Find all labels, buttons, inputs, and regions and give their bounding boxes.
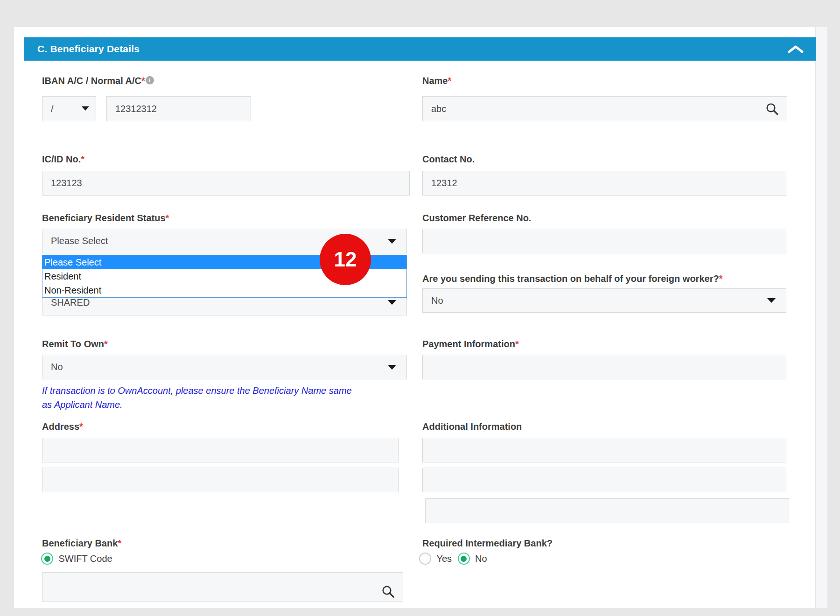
- intermediary-bank-label: Required Intermediary Bank?: [422, 538, 553, 549]
- additional-info-line2-input[interactable]: [422, 468, 786, 492]
- payment-info-input[interactable]: [422, 355, 786, 379]
- address-line1-input[interactable]: [42, 438, 399, 462]
- iban-account-input[interactable]: 12312312: [106, 96, 251, 121]
- section-title: C. Beneficiary Details: [37, 37, 140, 61]
- required-asterisk: *: [81, 154, 84, 164]
- swift-code-radio-label: SWIFT Code: [58, 553, 112, 564]
- contact-value: 12312: [431, 171, 457, 195]
- remit-to-own-select[interactable]: No: [42, 355, 407, 379]
- intermediary-no-label: No: [475, 553, 487, 564]
- required-asterisk: *: [448, 76, 451, 86]
- iban-account-value: 12312312: [115, 97, 157, 121]
- contact-input[interactable]: 12312: [422, 171, 786, 196]
- collapse-section-button[interactable]: [788, 45, 804, 53]
- required-asterisk: *: [104, 339, 108, 349]
- name-value: abc: [431, 97, 446, 121]
- contact-label: Contact No.: [422, 154, 475, 165]
- required-asterisk: *: [719, 273, 723, 284]
- icid-value: 123123: [51, 171, 82, 195]
- additional-info-label: Additional Information: [422, 421, 522, 432]
- intermediary-yes-label: Yes: [436, 553, 452, 564]
- iban-type-value: /: [51, 97, 54, 121]
- foreign-worker-label: Are you sending this transaction on beha…: [422, 273, 722, 284]
- payment-info-label: Payment Information*: [422, 339, 519, 350]
- search-icon[interactable]: [764, 101, 779, 116]
- resident-status-value: Please Select: [51, 229, 108, 253]
- foreign-worker-value: No: [431, 289, 443, 312]
- caret-down-icon: [82, 106, 89, 111]
- page-background: C. Beneficiary Details IBAN A/C / Normal…: [0, 0, 840, 616]
- intermediary-no-radio[interactable]: [458, 553, 470, 565]
- icid-label: IC/ID No.*: [42, 154, 84, 165]
- beneficiary-bank-search-input[interactable]: [42, 572, 403, 602]
- caret-down-icon: [388, 239, 396, 244]
- foreign-worker-select[interactable]: No: [422, 288, 786, 313]
- customer-ref-input[interactable]: [422, 229, 786, 253]
- swift-code-radio-row: SWIFT Code: [41, 553, 112, 565]
- name-input[interactable]: abc: [422, 96, 787, 121]
- icid-input[interactable]: 123123: [42, 171, 410, 196]
- name-label: Name*: [422, 76, 451, 86]
- iban-label: IBAN A/C / Normal A/C*i: [42, 76, 154, 86]
- iban-type-select[interactable]: /: [42, 96, 96, 121]
- customer-ref-label: Customer Reference No.: [422, 213, 531, 224]
- swift-code-radio[interactable]: [41, 553, 53, 565]
- resident-status-label: Beneficiary Resident Status*: [42, 213, 169, 224]
- caret-down-icon: [388, 300, 396, 305]
- caret-down-icon: [767, 298, 776, 303]
- own-account-note: If transaction is to OwnAccount, please …: [42, 384, 364, 412]
- address-label: Address*: [42, 421, 83, 432]
- additional-info-line1-input[interactable]: [422, 438, 786, 462]
- chevron-up-icon: [788, 47, 804, 55]
- search-icon[interactable]: [380, 584, 395, 599]
- caret-down-icon: [388, 365, 396, 370]
- required-asterisk: *: [118, 538, 121, 548]
- step-annotation-badge: 12: [320, 234, 371, 285]
- required-asterisk: *: [79, 421, 83, 432]
- intermediary-yes-radio[interactable]: [419, 553, 431, 565]
- required-asterisk: *: [515, 339, 519, 349]
- info-icon[interactable]: i: [146, 76, 154, 84]
- beneficiary-bank-label: Beneficiary Bank*: [42, 538, 121, 549]
- required-asterisk: *: [166, 213, 169, 223]
- section-header-bar[interactable]: C. Beneficiary Details: [24, 37, 816, 61]
- additional-info-line3-input[interactable]: [425, 498, 789, 523]
- intermediary-bank-radio-row: Yes No: [419, 553, 487, 565]
- required-asterisk: *: [141, 76, 145, 86]
- dropdown-option-non-resident[interactable]: Non-Resident: [42, 283, 406, 297]
- scrollbar-track[interactable]: [815, 27, 827, 608]
- address-line2-input[interactable]: [42, 468, 399, 492]
- beneficiary-details-panel: C. Beneficiary Details IBAN A/C / Normal…: [14, 27, 827, 608]
- remit-to-own-label: Remit To Own*: [42, 339, 108, 350]
- remit-to-own-value: No: [51, 355, 63, 379]
